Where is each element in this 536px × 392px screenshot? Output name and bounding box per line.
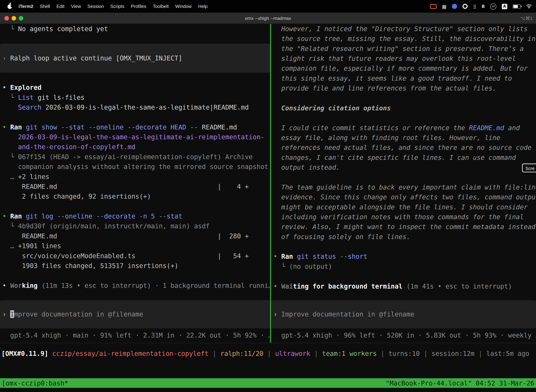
- text-segment: 2 files changed, 92 insertions(+): [2, 192, 151, 200]
- terminal-line: 1903 files changed, 513517 insertions(+): [0, 261, 270, 271]
- right-pane-scrollback: However, I noticed the "Directory Struct…: [271, 24, 536, 300]
- terminal-line: 2026-03-09-is-legal-the-same-as-legitima…: [0, 132, 270, 142]
- text-segment: Wor: [10, 282, 22, 289]
- blue-app-icon[interactable]: [452, 4, 457, 9]
- text-segment: I: [10, 310, 14, 318]
- terminal-line: changes, I can't cite specific file line…: [271, 153, 536, 163]
- tmux-host-clock-label: "MacBook-Pro-44.local" 04:52 31-Mar-26: [386, 378, 534, 388]
- menu-item-view[interactable]: View: [71, 4, 81, 9]
- terminal-line: of focusing solely on file lines.: [271, 232, 536, 242]
- text-segment: Ran: [281, 252, 297, 260]
- terminal-area: └ No agents completed yet › Ralph loop a…: [0, 24, 536, 343]
- menu-item-scripts[interactable]: Scripts: [110, 4, 124, 9]
- terminal-line: might be acceptable alongside the file l…: [271, 202, 536, 212]
- text-segment: Ran: [10, 123, 26, 131]
- menu-item-edit[interactable]: Edit: [57, 4, 64, 9]
- text-segment: |: [209, 350, 220, 357]
- text-segment: git ls-files: [34, 93, 85, 101]
- dots-grid-icon[interactable]: ⣿: [473, 4, 476, 9]
- terminal-line: companion analysis without altering the …: [0, 162, 270, 172]
- zoom-button[interactable]: [19, 16, 23, 20]
- terminal-line: I could cite commit statistics or refere…: [271, 123, 536, 133]
- terminal-line: └ No agents completed yet: [0, 24, 270, 34]
- text-segment: └ (no output): [273, 263, 332, 270]
- text-segment: cczip/essay/ai-reimplementation-copyleft: [52, 350, 209, 357]
- minimize-button[interactable]: [12, 16, 16, 20]
- text-segment: Wai: [281, 282, 293, 290]
- terminal-line: [0, 34, 270, 44]
- menu-item-help[interactable]: Help: [198, 4, 207, 9]
- terminal-line: • Waiting for background terminal (1m 41…: [271, 281, 536, 291]
- battery-icon[interactable]: [513, 4, 521, 8]
- text-segment: ralph:11/20: [220, 350, 263, 357]
- text-segment: •: [273, 252, 281, 260]
- text-segment: provide file and line references from th…: [273, 84, 496, 92]
- text-segment: git show --stat --oneline --decorate HEA…: [26, 123, 202, 131]
- text-segment: •: [273, 282, 281, 290]
- text-segment: slight risk that future readers may over…: [273, 55, 516, 62]
- menu-item-session[interactable]: Session: [87, 4, 104, 9]
- model-status-left-text: gpt-5.4 xhigh · main · 91% left · 2.31M …: [0, 331, 270, 340]
- text-segment: [OMX#0.11.9]: [1, 350, 52, 357]
- text-segment: git status --short: [297, 252, 367, 260]
- text-segment: ›: [2, 54, 10, 62]
- text-segment: ting for background terminal: [293, 282, 402, 290]
- text-segment: README.md: [469, 124, 504, 131]
- model-status-left: gpt-5.4 xhigh · main · 91% left · 2.31M …: [0, 328, 270, 343]
- terminal-line: references need actual files, and since …: [271, 143, 536, 153]
- prompt-input-left[interactable]: › Improve documentation in @filename: [0, 300, 270, 328]
- terminal-line: └ 4b9d30f (origin/main, instructkr/main,…: [0, 221, 270, 231]
- terminal-line: However, I noticed the "Directory Struct…: [271, 24, 536, 34]
- menu-item-toolbelt[interactable]: Toolbelt: [153, 4, 169, 9]
- omx-status-text: [OMX#0.11.9] cczip/essay/ai-reimplementa…: [0, 349, 536, 359]
- text-segment: gpt-5.4 xhigh · 96% left · 520K in · 5.8…: [273, 331, 536, 339]
- right-pane[interactable]: However, I noticed the "Directory Struct…: [271, 24, 536, 343]
- round-app-icon[interactable]: [463, 4, 468, 9]
- text-segment: companion analysis without altering the …: [2, 163, 268, 170]
- menu-item-iterm2[interactable]: iTerm2: [19, 4, 33, 9]
- terminal-line: └ List git ls-files: [0, 93, 270, 103]
- menu-bar: iTerm2 Shell Edit View Session Scripts P…: [0, 0, 536, 13]
- terminal-line: this single essay, it seems like a good …: [271, 73, 536, 83]
- text-segment: might be acceptable alongside the file l…: [273, 203, 527, 211]
- text-segment: references need actual files, and since …: [273, 144, 531, 151]
- text-segment: companion file, especially if more comme…: [273, 65, 527, 72]
- terminal-line: [271, 242, 536, 252]
- terminal-line: … +1901 lines: [0, 241, 270, 251]
- window-controls: [5, 16, 23, 20]
- text-segment: essay file, along with finding root file…: [273, 134, 500, 141]
- terminal-line: essay file, along with finding root file…: [271, 133, 536, 143]
- grid-app-icon[interactable]: ▦: [442, 4, 446, 9]
- text-segment: the source tree, missing the essay. Stil…: [273, 35, 536, 42]
- text-segment: team:1 workers: [322, 350, 377, 357]
- input-source-icon[interactable]: A: [502, 4, 507, 9]
- injected-prompt-block: › Ralph loop active continue [OMX_TMUX_I…: [0, 44, 270, 73]
- window-title-bar[interactable]: omx --xhigh --madmax ⌥⌘1: [0, 13, 536, 24]
- text-segment: changes, I can't cite specific file line…: [273, 154, 516, 161]
- screen-recording-indicator-icon[interactable]: [430, 4, 436, 9]
- menu-item-shell[interactable]: Shell: [40, 4, 50, 9]
- text-segment: and-the-erosion-of-copyleft.md: [2, 143, 135, 150]
- text-segment: [2, 103, 18, 111]
- text-segment: The team guideline is to back every impo…: [273, 183, 536, 191]
- left-pane[interactable]: └ No agents completed yet › Ralph loop a…: [0, 24, 270, 343]
- figure-eight-icon[interactable]: 8: [482, 4, 485, 9]
- text-segment: No agents completed yet: [18, 25, 108, 33]
- apple-menu-icon[interactable]: [8, 5, 12, 9]
- wifi-icon[interactable]: [526, 4, 532, 9]
- close-button[interactable]: [5, 16, 9, 20]
- text-segment: review. Also, I might want to inspect th…: [273, 223, 536, 230]
- prompt-input-right[interactable]: › Improve documentation in @filename: [271, 300, 536, 328]
- terminal-line: README.md | 4 +: [0, 182, 270, 191]
- tmux-session-label: [omx-cczip0:bash*: [2, 378, 68, 388]
- terminal-line: Considering citation options: [271, 103, 536, 113]
- notification-tooltip-text: Scre: [526, 166, 535, 171]
- menu-item-window[interactable]: Window: [175, 4, 191, 9]
- menu-item-profiles[interactable]: Profiles: [131, 4, 146, 9]
- text-segment: Ralph loop active continue [OMX_TMUX_INJ…: [10, 54, 182, 62]
- battery-percent-icon[interactable]: .61: [490, 3, 496, 9]
- terminal-line: • Ran git log --oneline --decorate -n 5 …: [0, 211, 270, 221]
- terminal-line: and-the-erosion-of-copyleft.md: [0, 142, 270, 152]
- text-segment: Explored: [10, 84, 42, 91]
- terminal-line: the source tree, missing the essay. Stil…: [271, 34, 536, 44]
